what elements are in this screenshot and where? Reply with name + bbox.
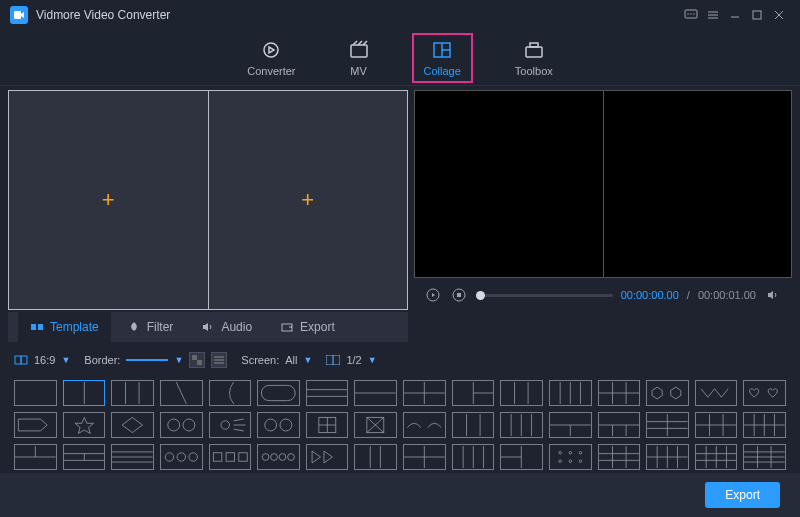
feedback-icon[interactable] <box>680 4 702 26</box>
template-g33[interactable] <box>695 412 738 438</box>
tab-converter[interactable]: Converter <box>237 35 305 81</box>
template-arrowtag[interactable] <box>14 412 57 438</box>
minimize-button[interactable] <box>724 4 746 26</box>
screen-selector[interactable]: Screen: All ▼ <box>241 354 312 366</box>
time-sep: / <box>687 289 690 301</box>
svg-rect-102 <box>226 453 234 461</box>
template-zig[interactable] <box>695 380 738 406</box>
preview-panel <box>414 90 792 278</box>
template-xgrid[interactable] <box>354 412 397 438</box>
svg-point-62 <box>265 419 277 431</box>
template-g34[interactable] <box>743 444 786 470</box>
template-g43[interactable] <box>646 444 689 470</box>
template-g23a[interactable] <box>598 380 641 406</box>
template-v3b[interactable] <box>452 412 495 438</box>
maximize-button[interactable] <box>746 4 768 26</box>
svg-rect-101 <box>213 453 221 461</box>
split-selector[interactable]: 1/2 ▼ <box>326 354 376 366</box>
svg-rect-25 <box>15 356 21 364</box>
template-g22a[interactable] <box>403 380 446 406</box>
template-v3eq[interactable] <box>500 380 543 406</box>
split-value: 1/2 <box>346 354 361 366</box>
template-v4[interactable] <box>549 380 592 406</box>
subtab-export[interactable]: Export <box>268 312 347 342</box>
template-g43b[interactable] <box>695 444 738 470</box>
svg-point-106 <box>279 454 286 461</box>
export-button[interactable]: Export <box>705 482 780 508</box>
template-v4c[interactable] <box>452 444 495 470</box>
chevron-down-icon[interactable]: ▼ <box>174 355 183 365</box>
border-color-button[interactable] <box>189 352 205 368</box>
template-circ4[interactable] <box>257 444 300 470</box>
template-sunburst[interactable] <box>209 412 252 438</box>
template-g32[interactable] <box>646 412 689 438</box>
template-g24[interactable] <box>743 412 786 438</box>
menu-icon[interactable] <box>702 4 724 26</box>
volume-button[interactable] <box>764 286 782 304</box>
template-v4b[interactable] <box>500 412 543 438</box>
template-hexes[interactable] <box>646 380 689 406</box>
play-button[interactable] <box>424 286 442 304</box>
template-diag[interactable] <box>160 380 203 406</box>
tab-toolbox[interactable]: Toolbox <box>505 35 563 81</box>
template-star[interactable] <box>63 412 106 438</box>
template-h3[interactable] <box>306 380 349 406</box>
stop-button[interactable] <box>450 286 468 304</box>
template-g22d[interactable] <box>500 444 543 470</box>
template-v3[interactable] <box>111 380 154 406</box>
template-g13[interactable] <box>14 444 57 470</box>
svg-point-105 <box>271 454 278 461</box>
aspect-ratio-value: 16:9 <box>34 354 55 366</box>
template-v2[interactable] <box>63 380 106 406</box>
template-g22b[interactable] <box>452 380 495 406</box>
preview-cell-1 <box>415 91 603 277</box>
template-gdots[interactable] <box>549 444 592 470</box>
svg-rect-28 <box>197 360 202 365</box>
collage-cell-1[interactable]: + <box>9 91 209 309</box>
template-wave3[interactable] <box>403 412 446 438</box>
tab-mv-label: MV <box>350 65 367 77</box>
tab-collage[interactable]: Collage <box>412 33 473 83</box>
template-h4[interactable] <box>111 444 154 470</box>
border-style-selector[interactable] <box>126 359 168 361</box>
template-g33b[interactable] <box>598 444 641 470</box>
template-fwd2[interactable] <box>306 444 349 470</box>
collage-cell-2[interactable]: + <box>209 91 408 309</box>
template-g23b[interactable] <box>549 412 592 438</box>
border-pattern-button[interactable] <box>211 352 227 368</box>
close-button[interactable] <box>768 4 790 26</box>
template-grid <box>0 374 800 470</box>
svg-point-107 <box>288 454 295 461</box>
template-g31[interactable] <box>63 444 106 470</box>
subtab-audio[interactable]: Audio <box>189 312 264 342</box>
template-g23c[interactable] <box>598 412 641 438</box>
template-hearts[interactable] <box>743 380 786 406</box>
subtab-template[interactable]: Template <box>18 312 111 342</box>
tab-collage-label: Collage <box>424 65 461 77</box>
template-g22c[interactable] <box>403 444 446 470</box>
svg-rect-13 <box>351 45 367 57</box>
template-circ2b[interactable] <box>257 412 300 438</box>
svg-point-58 <box>221 421 229 429</box>
tab-mv[interactable]: MV <box>338 35 380 81</box>
template-diamond[interactable] <box>111 412 154 438</box>
title-bar: Vidmore Video Converter <box>0 0 800 30</box>
aspect-ratio-selector[interactable]: 16:9 ▼ <box>14 353 70 367</box>
template-circ3[interactable] <box>160 444 203 470</box>
template-rect3[interactable] <box>209 444 252 470</box>
subtab-template-label: Template <box>50 320 99 334</box>
template-circ2[interactable] <box>160 412 203 438</box>
template-h2eq[interactable] <box>354 380 397 406</box>
svg-line-37 <box>176 382 186 404</box>
template-blank[interactable] <box>14 380 57 406</box>
seek-bar[interactable] <box>476 294 613 297</box>
svg-point-98 <box>165 453 173 461</box>
template-curveL[interactable] <box>209 380 252 406</box>
seek-thumb[interactable] <box>476 291 485 300</box>
template-plusgrid[interactable] <box>306 412 349 438</box>
time-current: 00:00:00.00 <box>621 289 679 301</box>
subtab-filter[interactable]: Filter <box>115 312 186 342</box>
template-v3c[interactable] <box>354 444 397 470</box>
add-media-icon: + <box>102 187 115 213</box>
template-roundR[interactable] <box>257 380 300 406</box>
